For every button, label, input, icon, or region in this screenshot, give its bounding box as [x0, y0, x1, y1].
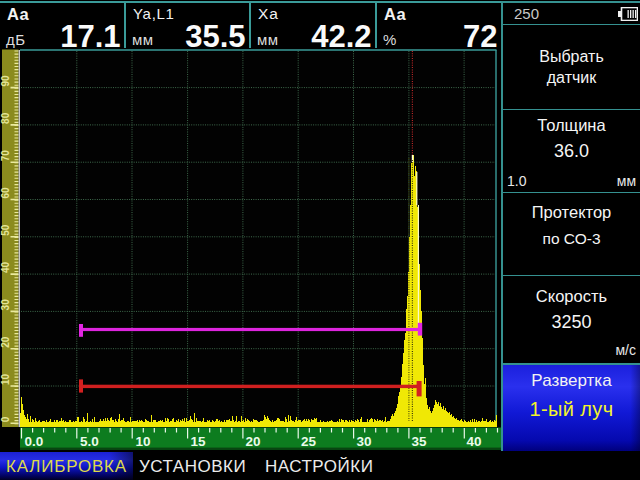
svg-text:30: 30: [357, 434, 372, 449]
svg-text:25: 25: [301, 434, 317, 449]
svg-text:30: 30: [0, 299, 11, 311]
svg-text:5.0: 5.0: [80, 434, 99, 449]
svg-text:0: 0: [0, 416, 11, 422]
svg-text:20: 20: [0, 336, 11, 348]
svg-text:10: 10: [136, 434, 151, 449]
svg-text:80: 80: [0, 112, 11, 124]
svg-text:15: 15: [191, 434, 207, 449]
svg-text:40: 40: [467, 434, 482, 449]
svg-text:50: 50: [0, 224, 11, 236]
svg-text:90: 90: [0, 75, 11, 87]
svg-text:10: 10: [0, 373, 11, 385]
svg-text:20: 20: [246, 434, 261, 449]
svg-text:40: 40: [0, 262, 11, 274]
svg-text:35: 35: [412, 434, 428, 449]
svg-text:70: 70: [0, 150, 11, 162]
svg-text:60: 60: [0, 187, 11, 199]
svg-text:0.0: 0.0: [25, 434, 44, 449]
